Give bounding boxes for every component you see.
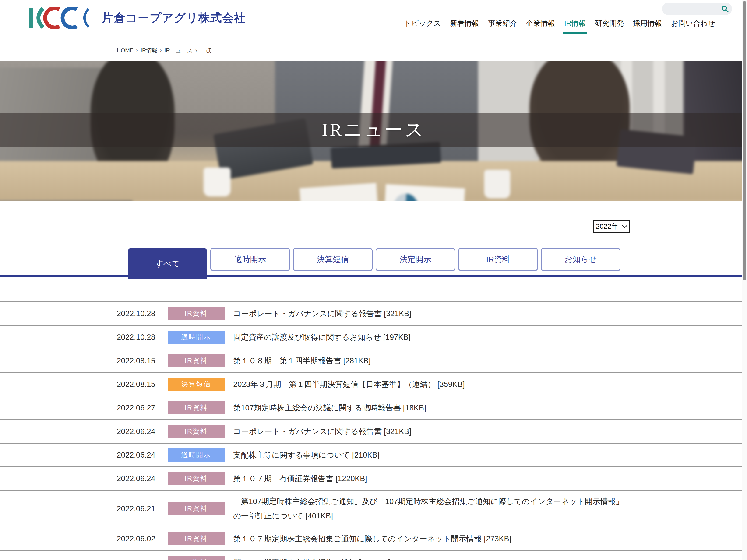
news-date: 2022.10.28 [117, 333, 168, 342]
tab-法定開示[interactable]: 法定開示 [376, 248, 455, 271]
tab-適時開示[interactable]: 適時開示 [210, 248, 290, 271]
year-dropdown-value: 2022年 [596, 222, 618, 231]
search-icon[interactable] [721, 5, 729, 12]
tab-すべて[interactable]: すべて [128, 248, 207, 279]
news-title-link[interactable]: 2023年３月期 第１四半期決算短信【日本基準】（連結） [359KB] [233, 377, 465, 392]
breadcrumb-separator: › [160, 47, 162, 54]
nav-item-企業情報[interactable]: 企業情報 [526, 19, 555, 28]
company-name: 片倉コープアグリ株式会社 [102, 10, 246, 26]
category-badge: 適時開示 [168, 331, 225, 344]
scrollbar-track[interactable] [742, 0, 747, 560]
breadcrumb-item-HOME[interactable]: HOME [117, 47, 133, 54]
category-badge: IR資料 [168, 556, 225, 560]
news-row: 2022.06.21IR資料「第107期定時株主総会招集ご通知」及び「107期定… [0, 490, 747, 527]
breadcrumb-separator: › [136, 47, 138, 54]
category-badge: 適時開示 [168, 449, 225, 461]
news-row: 2022.06.24適時開示支配株主等に関する事項について [210KB] [0, 443, 747, 466]
news-date: 2022.08.15 [117, 356, 168, 365]
nav-item-事業紹介[interactable]: 事業紹介 [488, 19, 517, 28]
nav-item-トピックス[interactable]: トピックス [404, 19, 441, 28]
page-title: IRニュース [322, 117, 425, 142]
news-title-link[interactable]: コーポレート・ガバナンスに関する報告書 [321KB] [233, 424, 411, 439]
scrollbar-thumb[interactable] [743, 1, 746, 280]
nav-item-お問い合わせ[interactable]: お問い合わせ [671, 19, 715, 28]
news-list: 2022.10.28IR資料コーポレート・ガバナンスに関する報告書 [321KB… [0, 301, 747, 560]
nav-item-研究開発[interactable]: 研究開発 [595, 19, 624, 28]
news-row: 2022.10.28適時開示固定資産の譲渡及び取得に関するお知らせ [197KB… [0, 325, 747, 349]
breadcrumb-separator: › [196, 47, 197, 54]
news-title-link[interactable]: コーポレート・ガバナンスに関する報告書 [321KB] [233, 306, 411, 321]
news-row: 2022.06.02IR資料第１０７期定期株主総会招集ご通知 [1097KB] [0, 550, 747, 560]
news-title-link[interactable]: 第107期定時株主総会の決議に関する臨時報告書 [18KB] [233, 401, 426, 415]
year-dropdown[interactable]: 2022年 [593, 220, 630, 233]
breadcrumb: HOME›IR情報›IRニュース›一覧 [117, 47, 211, 54]
news-date: 2022.06.02 [117, 558, 168, 560]
search-input[interactable] [667, 5, 721, 12]
page: 片倉コープアグリ株式会社 トピックス新着情報事業紹介企業情報IR情報研究開発採用… [0, 0, 747, 560]
hero-title-band: IRニュース [0, 113, 747, 146]
news-date: 2022.06.02 [117, 534, 168, 543]
hero-banner: IRニュース [0, 61, 747, 201]
news-row: 2022.06.24IR資料第１０７期 有価証券報告書 [1220KB] [0, 466, 747, 490]
category-badge: IR資料 [168, 532, 225, 545]
category-badge: 決算短信 [168, 378, 225, 391]
nav-item-新着情報[interactable]: 新着情報 [450, 19, 479, 28]
breadcrumb-item-IR情報[interactable]: IR情報 [140, 47, 157, 54]
tab-IR資料[interactable]: IR資料 [458, 248, 538, 271]
category-tabs: すべて適時開示決算短信法定開示IR資料お知らせ [128, 248, 620, 279]
company-logo[interactable]: 片倉コープアグリ株式会社 [27, 6, 246, 29]
news-title-link[interactable]: 第１０８期 第１四半期報告書 [281KB] [233, 353, 371, 368]
main-nav: トピックス新着情報事業紹介企業情報IR情報研究開発採用情報お問い合わせ [404, 19, 715, 28]
news-row: 2022.06.02IR資料第１０７期定期株主総会招集ご通知に際してのインターネ… [0, 527, 747, 550]
news-row: 2022.06.24IR資料コーポレート・ガバナンスに関する報告書 [321KB… [0, 419, 747, 443]
news-title-link[interactable]: 「第107期定時株主総会招集ご通知」及び「107期定時株主総会招集ご通知に際して… [233, 494, 630, 523]
category-badge: IR資料 [168, 354, 225, 367]
news-title-link[interactable]: 第１０７期定期株主総会招集ご通知 [1097KB] [233, 555, 390, 560]
category-badge: IR資料 [168, 401, 225, 415]
tab-お知らせ[interactable]: お知らせ [541, 248, 620, 271]
category-badge: IR資料 [168, 502, 225, 515]
breadcrumb-item-一覧: 一覧 [200, 47, 211, 54]
nav-item-採用情報[interactable]: 採用情報 [633, 19, 662, 28]
news-date: 2022.06.24 [117, 451, 168, 459]
news-title-link[interactable]: 固定資産の譲渡及び取得に関するお知らせ [197KB] [233, 330, 411, 344]
news-date: 2022.06.27 [117, 403, 168, 412]
category-badge: IR資料 [168, 472, 225, 485]
news-row: 2022.08.15決算短信2023年３月期 第１四半期決算短信【日本基準】（連… [0, 372, 747, 396]
tab-決算短信[interactable]: 決算短信 [293, 248, 372, 271]
category-badge: IR資料 [168, 425, 225, 438]
news-date: 2022.06.24 [117, 474, 168, 483]
company-logo-icon [27, 6, 97, 29]
news-date: 2022.06.24 [117, 427, 168, 436]
news-date: 2022.10.28 [117, 309, 168, 318]
news-title-link[interactable]: 支配株主等に関する事項について [210KB] [233, 448, 380, 462]
news-date: 2022.08.15 [117, 380, 168, 389]
breadcrumb-item-IRニュース[interactable]: IRニュース [164, 47, 193, 54]
nav-item-IR情報[interactable]: IR情報 [564, 19, 586, 28]
news-row: 2022.06.27IR資料第107期定時株主総会の決議に関する臨時報告書 [1… [0, 396, 747, 419]
news-date: 2022.06.21 [117, 504, 168, 513]
category-badge: IR資料 [168, 307, 225, 320]
news-title-link[interactable]: 第１０７期 有価証券報告書 [1220KB] [233, 471, 367, 486]
news-row: 2022.10.28IR資料コーポレート・ガバナンスに関する報告書 [321KB… [0, 301, 747, 325]
chevron-down-icon [622, 225, 627, 228]
news-title-link[interactable]: 第１０７期定期株主総会招集ご通知に際してのインターネット開示情報 [273KB] [233, 532, 511, 546]
news-row: 2022.08.15IR資料第１０８期 第１四半期報告書 [281KB] [0, 349, 747, 372]
search-box[interactable] [662, 3, 732, 15]
site-header: 片倉コープアグリ株式会社 トピックス新着情報事業紹介企業情報IR情報研究開発採用… [0, 0, 747, 39]
